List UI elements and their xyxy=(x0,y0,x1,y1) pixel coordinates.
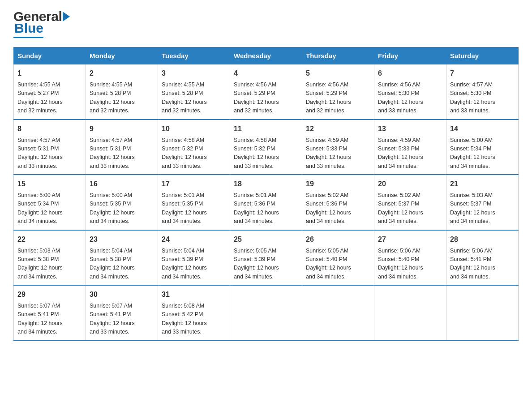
calendar-cell: 17Sunrise: 5:01 AMSunset: 5:35 PMDayligh… xyxy=(158,175,230,230)
day-info: Sunrise: 5:05 AMSunset: 5:40 PMDaylight:… xyxy=(306,247,370,282)
day-number: 2 xyxy=(90,68,154,79)
day-number: 20 xyxy=(378,179,442,189)
calendar-cell: 2Sunrise: 4:55 AMSunset: 5:28 PMDaylight… xyxy=(86,64,158,120)
calendar-cell: 12Sunrise: 4:59 AMSunset: 5:33 PMDayligh… xyxy=(302,120,374,175)
calendar-week-row: 22Sunrise: 5:03 AMSunset: 5:38 PMDayligh… xyxy=(14,230,519,286)
day-info: Sunrise: 5:03 AMSunset: 5:37 PMDaylight:… xyxy=(450,191,515,226)
day-number: 21 xyxy=(450,179,515,189)
calendar-cell: 26Sunrise: 5:05 AMSunset: 5:40 PMDayligh… xyxy=(302,230,374,286)
calendar-cell: 20Sunrise: 5:02 AMSunset: 5:37 PMDayligh… xyxy=(374,175,446,230)
column-header-saturday: Saturday xyxy=(446,47,519,64)
day-number: 25 xyxy=(234,234,298,245)
calendar-cell: 21Sunrise: 5:03 AMSunset: 5:37 PMDayligh… xyxy=(446,175,519,230)
calendar-cell: 8Sunrise: 4:57 AMSunset: 5:31 PMDaylight… xyxy=(14,120,86,175)
calendar-cell: 14Sunrise: 5:00 AMSunset: 5:34 PMDayligh… xyxy=(446,120,519,175)
calendar-cell: 6Sunrise: 4:56 AMSunset: 5:30 PMDaylight… xyxy=(374,64,446,120)
calendar-cell: 18Sunrise: 5:01 AMSunset: 5:36 PMDayligh… xyxy=(230,175,302,230)
day-info: Sunrise: 4:59 AMSunset: 5:33 PMDaylight:… xyxy=(306,136,370,171)
calendar-cell xyxy=(374,285,446,341)
column-header-wednesday: Wednesday xyxy=(230,47,302,64)
calendar-cell: 19Sunrise: 5:02 AMSunset: 5:36 PMDayligh… xyxy=(302,175,374,230)
day-info: Sunrise: 5:05 AMSunset: 5:39 PMDaylight:… xyxy=(234,247,298,282)
day-number: 27 xyxy=(378,234,442,245)
day-number: 18 xyxy=(234,179,298,189)
day-number: 9 xyxy=(90,124,154,134)
day-number: 13 xyxy=(378,124,442,134)
logo-blue: Blue xyxy=(13,21,43,38)
day-number: 26 xyxy=(306,234,370,245)
calendar-cell: 27Sunrise: 5:06 AMSunset: 5:40 PMDayligh… xyxy=(374,230,446,286)
day-number: 1 xyxy=(17,68,82,79)
day-info: Sunrise: 5:06 AMSunset: 5:41 PMDaylight:… xyxy=(450,247,515,282)
day-number: 29 xyxy=(17,289,82,300)
day-number: 4 xyxy=(234,68,298,79)
calendar-table: SundayMondayTuesdayWednesdayThursdayFrid… xyxy=(13,47,519,341)
column-header-friday: Friday xyxy=(374,47,446,64)
calendar-cell: 16Sunrise: 5:00 AMSunset: 5:35 PMDayligh… xyxy=(86,175,158,230)
calendar-cell: 25Sunrise: 5:05 AMSunset: 5:39 PMDayligh… xyxy=(230,230,302,286)
column-header-monday: Monday xyxy=(86,47,158,64)
day-info: Sunrise: 5:01 AMSunset: 5:35 PMDaylight:… xyxy=(162,191,226,226)
day-number: 8 xyxy=(17,124,82,134)
day-info: Sunrise: 4:56 AMSunset: 5:29 PMDaylight:… xyxy=(234,81,298,116)
day-number: 11 xyxy=(234,124,298,134)
day-info: Sunrise: 4:55 AMSunset: 5:28 PMDaylight:… xyxy=(162,81,226,116)
calendar-week-row: 15Sunrise: 5:00 AMSunset: 5:34 PMDayligh… xyxy=(14,175,519,230)
day-number: 17 xyxy=(162,179,226,189)
calendar-cell: 9Sunrise: 4:57 AMSunset: 5:31 PMDaylight… xyxy=(86,120,158,175)
calendar-cell: 28Sunrise: 5:06 AMSunset: 5:41 PMDayligh… xyxy=(446,230,519,286)
day-info: Sunrise: 5:02 AMSunset: 5:37 PMDaylight:… xyxy=(378,191,442,226)
day-number: 23 xyxy=(90,234,154,245)
calendar-cell: 10Sunrise: 4:58 AMSunset: 5:32 PMDayligh… xyxy=(158,120,230,175)
day-info: Sunrise: 5:07 AMSunset: 5:41 PMDaylight:… xyxy=(17,302,82,337)
day-number: 24 xyxy=(162,234,226,245)
calendar-cell: 30Sunrise: 5:07 AMSunset: 5:41 PMDayligh… xyxy=(86,285,158,341)
day-number: 30 xyxy=(90,289,154,300)
calendar-cell: 5Sunrise: 4:56 AMSunset: 5:29 PMDaylight… xyxy=(302,64,374,120)
day-number: 6 xyxy=(378,68,442,79)
day-info: Sunrise: 5:08 AMSunset: 5:42 PMDaylight:… xyxy=(162,302,226,337)
calendar-cell: 29Sunrise: 5:07 AMSunset: 5:41 PMDayligh… xyxy=(14,285,86,341)
calendar-week-row: 1Sunrise: 4:55 AMSunset: 5:27 PMDaylight… xyxy=(14,64,519,120)
day-info: Sunrise: 4:59 AMSunset: 5:33 PMDaylight:… xyxy=(378,136,442,171)
calendar-cell: 11Sunrise: 4:58 AMSunset: 5:32 PMDayligh… xyxy=(230,120,302,175)
day-number: 10 xyxy=(162,124,226,134)
day-info: Sunrise: 5:04 AMSunset: 5:38 PMDaylight:… xyxy=(90,247,154,282)
calendar-cell: 3Sunrise: 4:55 AMSunset: 5:28 PMDaylight… xyxy=(158,64,230,120)
day-info: Sunrise: 4:57 AMSunset: 5:30 PMDaylight:… xyxy=(450,81,515,116)
day-number: 12 xyxy=(306,124,370,134)
column-header-thursday: Thursday xyxy=(302,47,374,64)
calendar-cell: 4Sunrise: 4:56 AMSunset: 5:29 PMDaylight… xyxy=(230,64,302,120)
day-info: Sunrise: 5:02 AMSunset: 5:36 PMDaylight:… xyxy=(306,191,370,226)
calendar-week-row: 29Sunrise: 5:07 AMSunset: 5:41 PMDayligh… xyxy=(14,285,519,341)
day-number: 15 xyxy=(17,179,82,189)
day-info: Sunrise: 5:03 AMSunset: 5:38 PMDaylight:… xyxy=(17,247,82,282)
column-header-sunday: Sunday xyxy=(14,47,86,64)
calendar-cell: 1Sunrise: 4:55 AMSunset: 5:27 PMDaylight… xyxy=(14,64,86,120)
day-info: Sunrise: 4:55 AMSunset: 5:28 PMDaylight:… xyxy=(90,81,154,116)
day-info: Sunrise: 5:07 AMSunset: 5:41 PMDaylight:… xyxy=(90,302,154,337)
day-info: Sunrise: 4:57 AMSunset: 5:31 PMDaylight:… xyxy=(17,136,82,171)
calendar-cell: 13Sunrise: 4:59 AMSunset: 5:33 PMDayligh… xyxy=(374,120,446,175)
day-number: 14 xyxy=(450,124,515,134)
calendar-cell: 31Sunrise: 5:08 AMSunset: 5:42 PMDayligh… xyxy=(158,285,230,341)
day-number: 19 xyxy=(306,179,370,189)
day-number: 16 xyxy=(90,179,154,189)
calendar-cell: 15Sunrise: 5:00 AMSunset: 5:34 PMDayligh… xyxy=(14,175,86,230)
day-info: Sunrise: 5:04 AMSunset: 5:39 PMDaylight:… xyxy=(162,247,226,282)
day-info: Sunrise: 5:00 AMSunset: 5:34 PMDaylight:… xyxy=(450,136,515,171)
day-number: 5 xyxy=(306,68,370,79)
day-info: Sunrise: 5:00 AMSunset: 5:35 PMDaylight:… xyxy=(90,191,154,226)
calendar-cell xyxy=(446,285,519,341)
calendar-header-row: SundayMondayTuesdayWednesdayThursdayFrid… xyxy=(14,47,519,64)
day-info: Sunrise: 5:00 AMSunset: 5:34 PMDaylight:… xyxy=(17,191,82,226)
day-info: Sunrise: 4:56 AMSunset: 5:29 PMDaylight:… xyxy=(306,81,370,116)
calendar-cell: 23Sunrise: 5:04 AMSunset: 5:38 PMDayligh… xyxy=(86,230,158,286)
calendar-cell xyxy=(302,285,374,341)
day-info: Sunrise: 4:58 AMSunset: 5:32 PMDaylight:… xyxy=(234,136,298,171)
logo: General Blue xyxy=(13,9,71,38)
day-number: 31 xyxy=(162,289,226,300)
calendar-cell: 22Sunrise: 5:03 AMSunset: 5:38 PMDayligh… xyxy=(14,230,86,286)
page-header: General Blue xyxy=(13,9,519,38)
day-info: Sunrise: 4:57 AMSunset: 5:31 PMDaylight:… xyxy=(90,136,154,171)
